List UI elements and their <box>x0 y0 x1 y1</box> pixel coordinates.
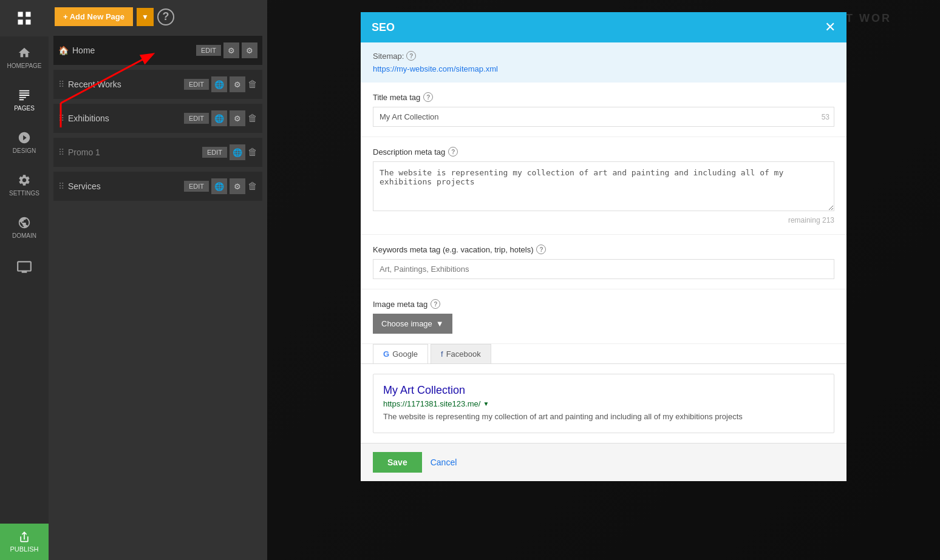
description-remaining: remaining 213 <box>373 216 834 224</box>
publish-label: PUBLISH <box>10 545 38 553</box>
save-button[interactable]: Save <box>373 452 422 473</box>
recent-works-edit-button[interactable]: EDIT <box>184 79 209 90</box>
pages-toolbar: + Add New Page ▼ ? <box>49 0 267 33</box>
exhibitions-edit-button[interactable]: EDIT <box>184 113 209 124</box>
add-page-dropdown-button[interactable]: ▼ <box>137 8 154 26</box>
google-preview-url: https://1171381.site123.me/ ▼ <box>383 399 824 408</box>
keywords-meta-section: Keywords meta tag (e.g. vacation, trip, … <box>361 235 846 289</box>
tab-google[interactable]: G Google <box>373 344 428 363</box>
promo1-globe-button[interactable]: 🌐 <box>230 144 245 160</box>
home-page-icon: 🏠 <box>58 46 69 55</box>
sidebar: HOMEPAGE PAGES DESIGN SETTINGS DOMAIN PU… <box>0 0 49 560</box>
add-new-page-button[interactable]: + Add New Page <box>55 7 133 26</box>
promo1-edit-button[interactable]: EDIT <box>202 147 227 158</box>
svg-rect-3 <box>26 19 30 24</box>
page-item-services: ⠿ Services EDIT 🌐 ⚙ 🗑 <box>53 172 262 201</box>
promo1-delete-button[interactable]: 🗑 <box>248 147 257 158</box>
choose-image-button[interactable]: Choose image ▼ <box>373 314 452 334</box>
title-meta-input-wrapper: 53 <box>373 107 834 127</box>
sidebar-item-domain[interactable]: DOMAIN <box>0 206 49 249</box>
seo-modal: SEO ✕ Sitemap: ? https://my-website.com/… <box>361 12 846 481</box>
services-actions: EDIT 🌐 ⚙ <box>184 178 245 194</box>
choose-image-arrow-icon: ▼ <box>436 319 444 328</box>
description-meta-help-icon[interactable]: ? <box>448 147 458 157</box>
promo1-page-name: Promo 1 <box>68 147 202 157</box>
sitemap-label: Sitemap: ? <box>373 51 834 61</box>
logo <box>0 0 49 36</box>
services-settings-button[interactable]: ⚙ <box>230 178 245 194</box>
facebook-f-icon: f <box>441 349 443 359</box>
sidebar-domain-label: DOMAIN <box>12 232 36 239</box>
home-globe-button[interactable]: ⚙ <box>223 42 239 58</box>
modal-title: SEO <box>372 21 395 34</box>
google-preview-section: My Art Collection https://1171381.site12… <box>373 374 834 433</box>
exhibitions-actions: EDIT 🌐 ⚙ <box>184 110 245 126</box>
recent-works-delete-button[interactable]: 🗑 <box>248 79 257 90</box>
pages-panel: + Add New Page ▼ ? 🏠 Home EDIT ⚙ ⚙ ⠿ Rec… <box>49 0 267 560</box>
description-meta-label: Description meta tag ? <box>373 147 834 157</box>
services-delete-button[interactable]: 🗑 <box>248 181 257 192</box>
publish-button[interactable]: PUBLISH <box>0 524 49 560</box>
google-preview-url-arrow-icon: ▼ <box>483 400 489 407</box>
sidebar-item-homepage[interactable]: HOMEPAGE <box>0 36 49 79</box>
page-item-promo1: ⠿ Promo 1 EDIT 🌐 🗑 <box>53 138 262 167</box>
services-page-name: Services <box>68 181 184 191</box>
image-meta-label: Image meta tag ? <box>373 299 834 309</box>
image-meta-help-icon[interactable]: ? <box>431 299 440 309</box>
title-meta-help-icon[interactable]: ? <box>423 92 433 102</box>
sidebar-design-label: DESIGN <box>13 147 36 154</box>
sitemap-url-link[interactable]: https://my-website.com/sitemap.xml <box>373 64 498 73</box>
image-meta-section: Image meta tag ? Choose image ▼ <box>361 289 846 344</box>
modal-body: Sitemap: ? https://my-website.com/sitema… <box>361 42 846 443</box>
sidebar-item-settings[interactable]: SETTINGS <box>0 164 49 206</box>
exhibitions-globe-button[interactable]: 🌐 <box>211 110 227 126</box>
services-edit-button[interactable]: EDIT <box>184 181 209 192</box>
title-meta-input[interactable] <box>373 107 834 127</box>
modal-overlay: SEO ✕ Sitemap: ? https://my-website.com/… <box>267 0 940 560</box>
home-edit-button[interactable]: EDIT <box>196 45 221 56</box>
svg-rect-2 <box>18 19 23 24</box>
keywords-meta-help-icon[interactable]: ? <box>536 245 546 254</box>
modal-header: SEO ✕ <box>361 12 846 42</box>
description-meta-section: Description meta tag ? remaining 213 <box>361 137 846 235</box>
title-char-count: 53 <box>822 113 829 121</box>
sitemap-help-icon[interactable]: ? <box>406 51 416 61</box>
google-preview-description: The website is representing my collectio… <box>383 411 824 423</box>
help-button[interactable]: ? <box>157 8 174 25</box>
page-item-recent-works: ⠿ Recent Works EDIT 🌐 ⚙ 🗑 <box>53 70 262 99</box>
recent-works-settings-button[interactable]: ⚙ <box>230 76 245 92</box>
exhibitions-page-name: Exhibitions <box>68 113 184 123</box>
sidebar-settings-label: SETTINGS <box>9 190 39 197</box>
drag-handle-exhibitions: ⠿ <box>58 113 64 123</box>
exhibitions-delete-button[interactable]: 🗑 <box>248 113 257 124</box>
page-item-exhibitions: ⠿ Exhibitions EDIT 🌐 ⚙ 🗑 <box>53 104 262 133</box>
promo1-actions: EDIT 🌐 <box>202 144 245 160</box>
services-globe-button[interactable]: 🌐 <box>211 178 227 194</box>
sidebar-item-pages[interactable]: PAGES <box>0 79 49 121</box>
drag-handle-services: ⠿ <box>58 181 64 191</box>
sidebar-pages-label: PAGES <box>14 105 35 112</box>
recent-works-page-name: Recent Works <box>68 79 184 89</box>
tab-facebook[interactable]: f Facebook <box>431 344 491 363</box>
google-preview-title[interactable]: My Art Collection <box>383 384 824 397</box>
sidebar-homepage-label: HOMEPAGE <box>7 62 41 69</box>
home-settings-button[interactable]: ⚙ <box>242 42 257 58</box>
description-meta-textarea[interactable] <box>373 161 834 211</box>
drag-handle-promo1: ⠿ <box>58 147 64 157</box>
title-meta-section: Title meta tag ? 53 <box>361 83 846 137</box>
modal-close-button[interactable]: ✕ <box>825 21 836 34</box>
google-g-icon: G <box>383 349 389 359</box>
drag-handle-recent-works: ⠿ <box>58 79 64 89</box>
cancel-button[interactable]: Cancel <box>431 457 457 467</box>
svg-rect-1 <box>26 12 30 17</box>
home-page-name: Home <box>72 46 196 55</box>
home-page-actions: EDIT ⚙ ⚙ <box>196 42 257 58</box>
sidebar-item-design[interactable]: DESIGN <box>0 121 49 164</box>
social-preview-tabs: G Google f Facebook <box>361 344 846 364</box>
keywords-meta-input[interactable] <box>373 259 834 279</box>
recent-works-globe-button[interactable]: 🌐 <box>211 76 227 92</box>
svg-rect-0 <box>18 12 23 17</box>
page-item-home: 🏠 Home EDIT ⚙ ⚙ <box>53 36 262 65</box>
sidebar-monitor-button[interactable] <box>0 249 49 285</box>
exhibitions-settings-button[interactable]: ⚙ <box>230 110 245 126</box>
